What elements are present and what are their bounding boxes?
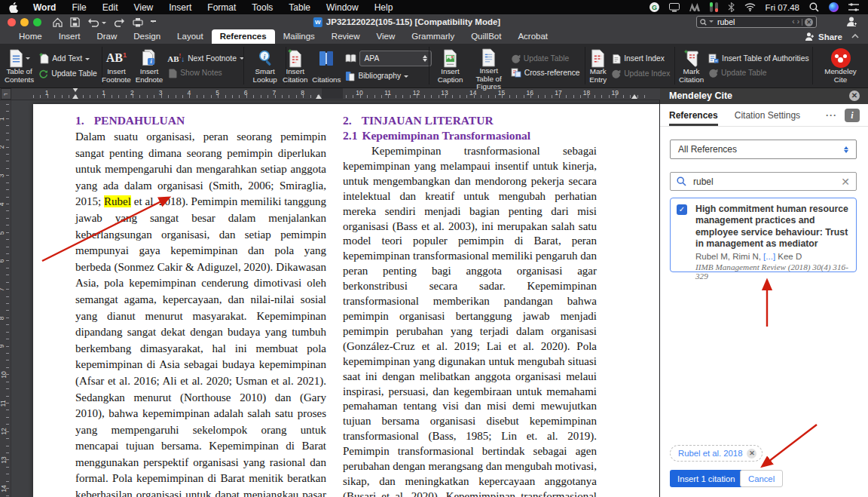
smart-lookup-button[interactable]: i Smart Lookup: [246, 45, 283, 86]
ribbon-tab-design[interactable]: Design: [125, 29, 169, 44]
cross-reference-icon: [511, 68, 521, 78]
menubar-clock[interactable]: Fri 07.48: [766, 3, 799, 12]
collapse-ribbon-chevron-icon[interactable]: [851, 33, 859, 38]
customize-toolbar-chevron-icon[interactable]: [151, 19, 155, 25]
grammarly-icon[interactable]: G: [649, 2, 659, 12]
wifi-icon[interactable]: [744, 3, 756, 11]
close-window-button[interactable]: [8, 18, 16, 26]
tab-stop-selector-icon[interactable]: ⌐: [1, 88, 11, 100]
ribbon-tab-view[interactable]: View: [368, 29, 404, 44]
m-app-icon[interactable]: [689, 3, 700, 11]
ribbon-tab-acrobat[interactable]: Acrobat: [509, 29, 556, 44]
search-prev-icon[interactable]: ‹: [792, 18, 794, 26]
style-stepper-icon[interactable]: [423, 53, 427, 64]
ribbon-tab-references[interactable]: References: [212, 29, 275, 44]
right-indent-marker-col1[interactable]: [316, 94, 322, 99]
insert-endnote-button[interactable]: i Insert Endnote: [133, 45, 166, 86]
insert-caption-button[interactable]: Insert Caption: [432, 45, 469, 86]
menu-item-view[interactable]: View: [133, 2, 153, 13]
menu-item-edit[interactable]: Edit: [102, 2, 118, 13]
print-button[interactable]: [133, 17, 143, 27]
document-search-field[interactable]: ‹ › ✕: [696, 16, 817, 28]
reference-result-card[interactable]: ✓ High commitment human resource managem…: [670, 198, 857, 272]
zoom-window-button[interactable]: [33, 18, 41, 26]
insert-citation-button[interactable]: Insert Citation: [280, 45, 310, 86]
share-button[interactable]: Share: [803, 29, 842, 44]
citations-button[interactable]: Citations: [310, 45, 343, 86]
reference-checkbox[interactable]: ✓: [677, 204, 687, 215]
remove-citation-icon[interactable]: ✕: [747, 449, 756, 459]
reference-search-field[interactable]: ✕: [670, 172, 857, 191]
siri-icon[interactable]: [829, 2, 839, 12]
apple-menu-icon[interactable]: [9, 2, 18, 13]
ribbon-tab-home[interactable]: Home: [11, 29, 50, 44]
mendeley-cite-button[interactable]: Mendeley Cite: [815, 45, 866, 86]
update-table-button[interactable]: Update Table: [38, 69, 97, 78]
menu-item-tools[interactable]: Tools: [252, 2, 273, 13]
home-button[interactable]: [53, 17, 63, 27]
cross-reference-button[interactable]: Cross-reference: [511, 68, 580, 78]
next-footnote-button[interactable]: AB!↓ Next Footnote: [167, 53, 244, 63]
ribbon-tab-review[interactable]: Review: [323, 29, 368, 44]
search-input[interactable]: [716, 17, 790, 27]
left-indent-marker[interactable]: [72, 94, 78, 99]
menu-item-insert[interactable]: Insert: [169, 2, 191, 13]
reference-search-input[interactable]: [692, 176, 836, 188]
ribbon-tab-layout[interactable]: Layout: [169, 29, 212, 44]
references-filter-select[interactable]: All References: [670, 140, 857, 159]
citation-chip[interactable]: Rubel et al. 2018 ✕: [670, 445, 763, 462]
citation-style-select[interactable]: APA: [359, 51, 432, 66]
redo-button[interactable]: [114, 17, 125, 27]
add-text-button[interactable]: Add Text: [38, 53, 97, 64]
insert-footnote-button[interactable]: AB1 Insert Footnote: [99, 45, 133, 86]
cancel-button[interactable]: Cancel: [740, 470, 783, 487]
share-person-icon: [803, 32, 815, 41]
info-button[interactable]: i: [845, 109, 860, 122]
vertical-ruler[interactable]: 1234567891011121314: [0, 100, 11, 497]
ribbon-tab-quillbot[interactable]: QuillBot: [463, 29, 509, 44]
control-center-icon[interactable]: [848, 3, 859, 11]
mark-entry-button[interactable]: Mark Entry: [587, 45, 609, 86]
menu-item-file[interactable]: File: [72, 2, 86, 13]
ruler-number: 8: [301, 89, 304, 97]
menu-item-help[interactable]: Help: [374, 2, 393, 13]
ribbon-tab-draw[interactable]: Draw: [88, 29, 125, 44]
menu-item-table[interactable]: Table: [289, 2, 310, 13]
insert-table-of-authorities-button[interactable]: Insert Table of Authorities: [708, 54, 808, 63]
mark-citation-button[interactable]: Mark Citation: [677, 45, 706, 86]
undo-button[interactable]: [87, 17, 106, 27]
status-bars-icon[interactable]: [710, 2, 718, 12]
minimize-window-button[interactable]: [20, 18, 29, 26]
insert-citation-button[interactable]: Insert 1 citation: [670, 470, 743, 487]
save-button[interactable]: [70, 17, 80, 27]
clear-search-icon[interactable]: ✕: [841, 176, 850, 188]
menu-item-word[interactable]: Word: [33, 2, 56, 13]
tab-references[interactable]: References: [669, 104, 718, 126]
insert-table-of-authorities-icon: [708, 54, 719, 63]
search-clear-icon[interactable]: ✕: [805, 18, 813, 26]
display-icon[interactable]: [669, 3, 680, 12]
account-avatar-icon[interactable]: [845, 16, 857, 27]
bibliography-button[interactable]: Bibliography: [345, 71, 432, 81]
bluetooth-icon[interactable]: [728, 2, 735, 12]
insert-table-of-figures-button[interactable]: Insert Table of Figures: [469, 45, 509, 86]
panel-close-icon[interactable]: ✕: [849, 91, 860, 101]
spotlight-search-icon[interactable]: [809, 2, 819, 12]
menu-item-format[interactable]: Format: [207, 2, 236, 13]
overflow-menu-icon[interactable]: ···: [826, 110, 837, 121]
right-indent-marker-col2[interactable]: [631, 94, 637, 99]
search-scope-caret-icon[interactable]: [709, 20, 714, 25]
search-next-icon[interactable]: ›: [797, 18, 799, 26]
tab-citation-settings[interactable]: Citation Settings: [735, 110, 800, 121]
ribbon-tab-insert[interactable]: Insert: [50, 29, 89, 44]
ribbon-tab-mailings[interactable]: Mailings: [275, 29, 323, 44]
update-index-button: Update Index: [611, 69, 670, 78]
update-table-figures-icon: [511, 54, 521, 63]
table-of-contents-button[interactable]: Table of Contents: [2, 45, 36, 86]
horizontal-ruler[interactable]: ⌐ 11234567810111213141516171819: [0, 87, 660, 100]
ribbon-tab-grammarly[interactable]: Grammarly: [403, 29, 463, 44]
insert-index-button[interactable]: Insert Index: [611, 54, 670, 64]
document-page[interactable]: 1.PENDAHULUAN Dalam suatu organisasi, pe…: [33, 104, 663, 497]
menu-item-window[interactable]: Window: [326, 2, 359, 13]
authors-ellipsis[interactable]: [...]: [763, 252, 775, 261]
